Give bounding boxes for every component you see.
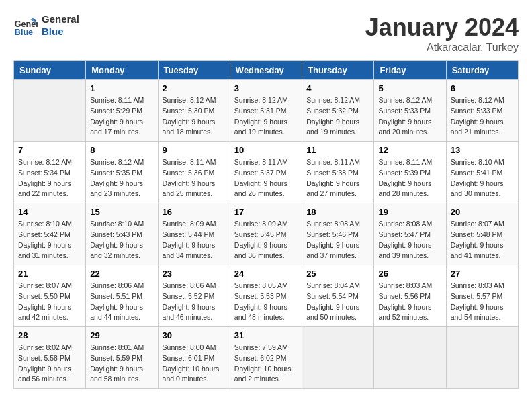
day-number: 4 — [306, 83, 369, 93]
day-number: 26 — [378, 269, 441, 279]
calendar-cell: 5Sunrise: 8:12 AMSunset: 5:33 PMDaylight… — [374, 80, 446, 142]
calendar-cell — [14, 80, 86, 142]
day-info: Sunrise: 8:10 AMSunset: 5:41 PMDaylight:… — [451, 157, 514, 199]
day-info: Sunrise: 8:10 AMSunset: 5:43 PMDaylight:… — [90, 219, 153, 261]
day-info: Sunrise: 8:03 AMSunset: 5:56 PMDaylight:… — [378, 281, 441, 323]
month-title: January 2024 — [365, 13, 519, 42]
calendar-table: SundayMondayTuesdayWednesdayThursdayFrid… — [13, 60, 519, 389]
day-info: Sunrise: 8:12 AMSunset: 5:32 PMDaylight:… — [306, 95, 369, 138]
calendar-cell: 15Sunrise: 8:10 AMSunset: 5:43 PMDayligh… — [86, 203, 158, 265]
calendar-week-row: 7Sunrise: 8:12 AMSunset: 5:34 PMDaylight… — [14, 142, 519, 203]
day-info: Sunrise: 8:07 AMSunset: 5:48 PMDaylight:… — [451, 219, 514, 261]
day-number: 6 — [451, 83, 514, 93]
day-info: Sunrise: 8:12 AMSunset: 5:34 PMDaylight:… — [18, 157, 81, 199]
day-number: 5 — [378, 83, 441, 93]
weekday-header-wednesday: Wednesday — [230, 61, 302, 80]
calendar-cell: 17Sunrise: 8:09 AMSunset: 5:45 PMDayligh… — [230, 203, 302, 265]
logo: General Blue General Blue — [13, 13, 79, 38]
day-number: 8 — [90, 145, 153, 155]
day-info: Sunrise: 8:01 AMSunset: 5:59 PMDaylight:… — [90, 342, 153, 385]
day-info: Sunrise: 8:12 AMSunset: 5:31 PMDaylight:… — [234, 95, 298, 138]
calendar-cell: 8Sunrise: 8:12 AMSunset: 5:35 PMDaylight… — [86, 142, 158, 203]
day-info: Sunrise: 8:09 AMSunset: 5:45 PMDaylight:… — [234, 219, 298, 261]
calendar-cell — [446, 327, 518, 389]
day-number: 14 — [18, 207, 81, 217]
day-info: Sunrise: 8:11 AMSunset: 5:37 PMDaylight:… — [234, 157, 298, 199]
logo-icon: General Blue — [13, 13, 38, 38]
day-number: 10 — [234, 145, 298, 155]
calendar-cell: 30Sunrise: 8:00 AMSunset: 6:01 PMDayligh… — [158, 327, 230, 389]
day-info: Sunrise: 8:06 AMSunset: 5:52 PMDaylight:… — [163, 281, 226, 323]
day-number: 31 — [234, 330, 298, 340]
calendar-header: SundayMondayTuesdayWednesdayThursdayFrid… — [14, 61, 519, 80]
calendar-cell: 16Sunrise: 8:09 AMSunset: 5:44 PMDayligh… — [158, 203, 230, 265]
title-block: January 2024 Atkaracalar, Turkey — [365, 13, 519, 54]
weekday-header-row: SundayMondayTuesdayWednesdayThursdayFrid… — [14, 61, 519, 80]
day-info: Sunrise: 8:04 AMSunset: 5:54 PMDaylight:… — [306, 281, 369, 323]
day-info: Sunrise: 8:00 AMSunset: 6:01 PMDaylight:… — [163, 342, 226, 385]
day-info: Sunrise: 8:11 AMSunset: 5:38 PMDaylight:… — [306, 157, 369, 199]
calendar-cell: 28Sunrise: 8:02 AMSunset: 5:58 PMDayligh… — [14, 327, 86, 389]
day-info: Sunrise: 8:08 AMSunset: 5:46 PMDaylight:… — [306, 219, 369, 261]
calendar-cell: 4Sunrise: 8:12 AMSunset: 5:32 PMDaylight… — [302, 80, 374, 142]
calendar-cell: 2Sunrise: 8:12 AMSunset: 5:30 PMDaylight… — [158, 80, 230, 142]
day-number: 27 — [451, 269, 514, 279]
day-info: Sunrise: 8:09 AMSunset: 5:44 PMDaylight:… — [163, 219, 226, 261]
day-number: 9 — [163, 145, 226, 155]
weekday-header-monday: Monday — [86, 61, 158, 80]
calendar-week-row: 28Sunrise: 8:02 AMSunset: 5:58 PMDayligh… — [14, 327, 519, 389]
calendar-cell: 24Sunrise: 8:05 AMSunset: 5:53 PMDayligh… — [230, 265, 302, 327]
page-header: General Blue General Blue January 2024 A… — [13, 13, 519, 54]
day-info: Sunrise: 8:11 AMSunset: 5:29 PMDaylight:… — [90, 95, 153, 138]
day-number: 1 — [90, 83, 153, 93]
calendar-cell: 3Sunrise: 8:12 AMSunset: 5:31 PMDaylight… — [230, 80, 302, 142]
weekday-header-thursday: Thursday — [302, 61, 374, 80]
calendar-cell: 31Sunrise: 7:59 AMSunset: 6:02 PMDayligh… — [230, 327, 302, 389]
day-number: 7 — [18, 145, 81, 155]
calendar-cell: 26Sunrise: 8:03 AMSunset: 5:56 PMDayligh… — [374, 265, 446, 327]
day-number: 21 — [18, 269, 81, 279]
day-number: 3 — [234, 83, 298, 93]
calendar-cell — [374, 327, 446, 389]
svg-text:Blue: Blue — [15, 28, 33, 37]
calendar-cell: 29Sunrise: 8:01 AMSunset: 5:59 PMDayligh… — [86, 327, 158, 389]
day-info: Sunrise: 8:12 AMSunset: 5:30 PMDaylight:… — [163, 95, 226, 138]
day-info: Sunrise: 8:03 AMSunset: 5:57 PMDaylight:… — [451, 281, 514, 323]
calendar-cell: 1Sunrise: 8:11 AMSunset: 5:29 PMDaylight… — [86, 80, 158, 142]
calendar-cell: 19Sunrise: 8:08 AMSunset: 5:47 PMDayligh… — [374, 203, 446, 265]
calendar-cell: 27Sunrise: 8:03 AMSunset: 5:57 PMDayligh… — [446, 265, 518, 327]
day-number: 29 — [90, 330, 153, 340]
calendar-cell: 18Sunrise: 8:08 AMSunset: 5:46 PMDayligh… — [302, 203, 374, 265]
calendar-cell: 23Sunrise: 8:06 AMSunset: 5:52 PMDayligh… — [158, 265, 230, 327]
calendar-cell: 6Sunrise: 8:12 AMSunset: 5:33 PMDaylight… — [446, 80, 518, 142]
day-number: 2 — [163, 83, 226, 93]
location-subtitle: Atkaracalar, Turkey — [365, 42, 519, 54]
weekday-header-tuesday: Tuesday — [158, 61, 230, 80]
calendar-cell: 7Sunrise: 8:12 AMSunset: 5:34 PMDaylight… — [14, 142, 86, 203]
weekday-header-sunday: Sunday — [14, 61, 86, 80]
calendar-body: 1Sunrise: 8:11 AMSunset: 5:29 PMDaylight… — [14, 80, 519, 389]
day-info: Sunrise: 8:02 AMSunset: 5:58 PMDaylight:… — [18, 342, 81, 385]
calendar-cell: 9Sunrise: 8:11 AMSunset: 5:36 PMDaylight… — [158, 142, 230, 203]
day-number: 22 — [90, 269, 153, 279]
day-info: Sunrise: 8:12 AMSunset: 5:33 PMDaylight:… — [451, 95, 514, 138]
calendar-week-row: 1Sunrise: 8:11 AMSunset: 5:29 PMDaylight… — [14, 80, 519, 142]
weekday-header-friday: Friday — [374, 61, 446, 80]
day-number: 24 — [234, 269, 298, 279]
day-info: Sunrise: 8:12 AMSunset: 5:33 PMDaylight:… — [378, 95, 441, 138]
calendar-cell: 10Sunrise: 8:11 AMSunset: 5:37 PMDayligh… — [230, 142, 302, 203]
day-number: 11 — [306, 145, 369, 155]
day-number: 20 — [451, 207, 514, 217]
calendar-cell: 11Sunrise: 8:11 AMSunset: 5:38 PMDayligh… — [302, 142, 374, 203]
calendar-cell: 20Sunrise: 8:07 AMSunset: 5:48 PMDayligh… — [446, 203, 518, 265]
calendar-cell: 25Sunrise: 8:04 AMSunset: 5:54 PMDayligh… — [302, 265, 374, 327]
day-info: Sunrise: 8:05 AMSunset: 5:53 PMDaylight:… — [234, 281, 298, 323]
day-info: Sunrise: 8:07 AMSunset: 5:50 PMDaylight:… — [18, 281, 81, 323]
day-info: Sunrise: 8:11 AMSunset: 5:36 PMDaylight:… — [163, 157, 226, 199]
day-info: Sunrise: 7:59 AMSunset: 6:02 PMDaylight:… — [234, 342, 298, 385]
calendar-week-row: 14Sunrise: 8:10 AMSunset: 5:42 PMDayligh… — [14, 203, 519, 265]
weekday-header-saturday: Saturday — [446, 61, 518, 80]
day-number: 18 — [306, 207, 369, 217]
day-number: 28 — [18, 330, 81, 340]
logo-blue: Blue — [42, 26, 79, 38]
